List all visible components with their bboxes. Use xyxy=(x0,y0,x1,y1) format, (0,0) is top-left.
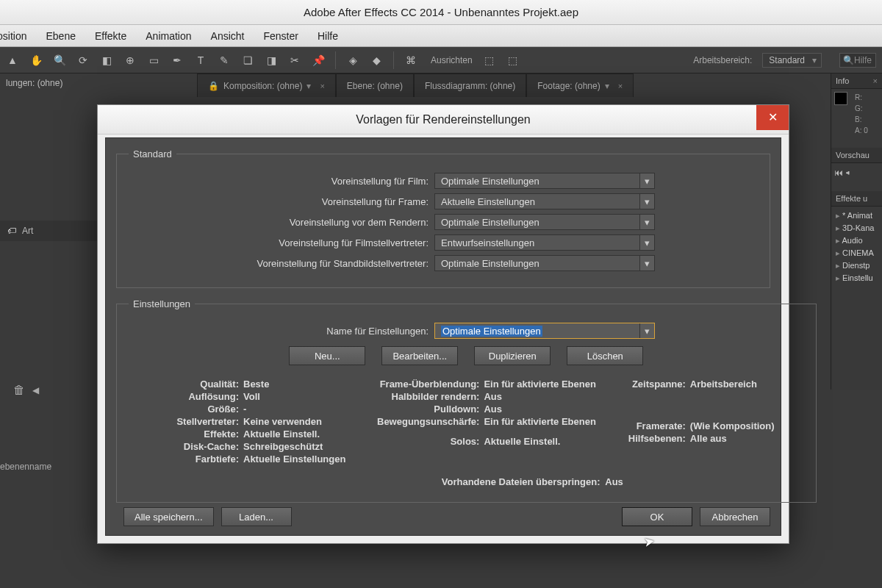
nav-prev-icon[interactable]: ◀ xyxy=(32,385,39,395)
button-label: Löschen xyxy=(587,351,623,362)
camera-tool-icon[interactable]: ◧ xyxy=(100,54,113,67)
menu-composition[interactable]: osition xyxy=(0,30,26,42)
dropdown-preset-prerender[interactable]: Optimale Einstellungen▾ xyxy=(434,214,655,230)
tab-layer[interactable]: Ebene: (ohne) xyxy=(336,74,414,97)
combobox-settings-name[interactable]: Optimale Einstellungen▾ xyxy=(434,323,655,339)
effects-cat-adjust[interactable]: Einstellu xyxy=(833,272,881,284)
effects-panel-header[interactable]: Effekte u xyxy=(831,191,882,207)
menu-window[interactable]: Fenster xyxy=(263,30,298,42)
dropdown-preset-frame[interactable]: Aktuelle Einstellungen▾ xyxy=(434,193,655,209)
puppet-tool-icon[interactable]: 📌 xyxy=(312,54,325,67)
goto-start-icon[interactable]: ⏮ xyxy=(834,168,843,178)
dropdown-preset-stillproxy[interactable]: Optimale Einstellungen▾ xyxy=(434,255,655,271)
tab-dropdown-icon[interactable]: ▾ xyxy=(605,81,609,91)
eraser-tool-icon[interactable]: ◨ xyxy=(265,54,278,67)
project-panel-tab[interactable]: lungen: (ohne) xyxy=(0,74,98,93)
menu-effects[interactable]: Effekte xyxy=(95,30,126,42)
label-preset-prerender: Voreinstellung vor dem Rendern: xyxy=(129,217,434,228)
roto-tool-icon[interactable]: ✂ xyxy=(288,54,301,67)
dropdown-value: Optimale Einstellungen xyxy=(441,176,539,187)
edit-button[interactable]: Bearbeiten... xyxy=(381,346,458,365)
menu-help[interactable]: Hilfe xyxy=(318,30,338,42)
pen-tool-icon[interactable]: ✒ xyxy=(171,54,184,67)
dropdown-preset-film[interactable]: Optimale Einstellungen▾ xyxy=(434,173,655,189)
effects-cat-audio[interactable]: Audio xyxy=(833,234,881,247)
value-solos: Aktuelle Einstell. xyxy=(484,436,560,447)
menu-bar: osition Ebene Effekte Animation Ansicht … xyxy=(0,25,882,47)
menu-animation[interactable]: Animation xyxy=(146,30,191,42)
tab-label: Footage: (ohne) xyxy=(537,81,600,91)
text-tool-icon[interactable]: T xyxy=(194,54,207,67)
preview-panel-header[interactable]: Vorschau xyxy=(831,148,882,163)
dialog-close-button[interactable]: ✕ xyxy=(756,105,789,130)
label-resolution: Auflösung: xyxy=(158,391,243,402)
right-panels: Info × R: G: B: A: 0 Vorschau ⏮ ◀ Effekt… xyxy=(831,74,882,390)
button-label: OK xyxy=(650,512,664,523)
ok-button[interactable]: OK xyxy=(622,507,692,526)
close-icon[interactable]: × xyxy=(320,82,324,90)
delete-button[interactable]: Löschen xyxy=(567,346,643,365)
render-settings-templates-dialog: Vorlagen für Rendereinstellungen ✕ Stand… xyxy=(97,104,789,544)
value-guides: Alle aus xyxy=(690,433,727,444)
new-button[interactable]: Neu... xyxy=(289,346,365,365)
tab-flowchart[interactable]: Flussdiagramm: (ohne) xyxy=(414,74,526,97)
tab-footage[interactable]: Footage: (ohne) ▾× xyxy=(526,74,634,97)
brush-tool-icon[interactable]: ✎ xyxy=(218,54,231,67)
effects-cat-cinema[interactable]: CINEMA xyxy=(833,247,881,259)
prev-frame-icon[interactable]: ◀ xyxy=(845,168,850,178)
cancel-button[interactable]: Abbrechen xyxy=(700,507,770,526)
close-icon[interactable]: × xyxy=(618,82,623,90)
label-guides: Hilfsebenen: xyxy=(609,433,690,444)
load-button[interactable]: Laden... xyxy=(221,507,292,526)
search-help-input[interactable]: 🔍 Hilfe xyxy=(839,53,876,68)
value-framerate: (Wie Komposition) xyxy=(690,420,775,431)
effects-cat-3dchannel[interactable]: 3D-Kana xyxy=(833,222,881,234)
project-panel: lungen: (ohne) xyxy=(0,74,98,588)
snap-icon[interactable]: ⌘ xyxy=(404,54,417,67)
hand-tool-icon[interactable]: ✋ xyxy=(29,54,43,67)
tool-bar: ▲ ✋ 🔍 ⟳ ◧ ⊕ ▭ ✒ T ✎ ❏ ◨ ✂ 📌 ◈ ◆ ⌘ Ausric… xyxy=(0,47,882,74)
clone-tool-icon[interactable]: ❏ xyxy=(241,54,254,67)
label-pulldown: Pulldown: xyxy=(359,404,484,415)
search-placeholder: Hilfe xyxy=(854,55,872,65)
effects-cat-utility[interactable]: Dienstp xyxy=(833,259,881,272)
dropdown-preset-filmproxy[interactable]: Entwurfseinstellungen▾ xyxy=(434,234,655,251)
selection-tool-icon[interactable]: ▲ xyxy=(6,54,19,67)
group-settings-legend: Einstellungen xyxy=(129,298,195,309)
shape-tool-icon[interactable]: ▭ xyxy=(147,54,160,67)
column-header-row: 🏷Art xyxy=(0,220,98,241)
value-quality: Beste xyxy=(243,379,269,390)
tab-composition[interactable]: 🔒 Komposition: (ohne) ▾× xyxy=(197,74,336,97)
info-r: R: xyxy=(850,92,872,103)
align-opt2-icon[interactable]: ⬚ xyxy=(506,54,520,67)
label-effects: Effekte: xyxy=(158,429,243,440)
combobox-value: Optimale Einstellungen xyxy=(441,326,542,337)
label-framerate: Framerate: xyxy=(609,420,690,431)
toolbar-separator xyxy=(335,51,336,69)
workspace-label: Arbeitsbereich: xyxy=(693,55,752,65)
label-preset-filmproxy: Voreinstellung für Filmstellvertreter: xyxy=(129,237,434,248)
close-icon[interactable]: × xyxy=(873,76,878,85)
misc2-tool-icon[interactable]: ◆ xyxy=(370,54,383,67)
label-diskcache: Disk-Cache: xyxy=(158,441,243,452)
workspace-dropdown[interactable]: Standard xyxy=(762,53,822,68)
duplicate-button[interactable]: Duplizieren xyxy=(474,346,551,365)
column-art[interactable]: Art xyxy=(22,226,33,236)
zoom-tool-icon[interactable]: 🔍 xyxy=(53,54,66,67)
rotate-tool-icon[interactable]: ⟳ xyxy=(76,54,90,67)
tab-dropdown-icon[interactable]: ▾ xyxy=(306,81,311,91)
window-title: Adobe After Effects CC 2014 - Unbenannte… xyxy=(304,6,578,18)
label-name-for-settings: Name für Einstellungen: xyxy=(129,326,434,337)
value-frameblend: Ein für aktivierte Ebenen xyxy=(484,379,595,390)
effects-cat-animation[interactable]: * Animat xyxy=(833,209,881,222)
value-halfimg: Aus xyxy=(484,391,502,402)
menu-view[interactable]: Ansicht xyxy=(211,30,245,42)
misc-tool-icon[interactable]: ◈ xyxy=(346,54,359,67)
info-panel-header[interactable]: Info × xyxy=(831,74,882,89)
menu-layer[interactable]: Ebene xyxy=(46,30,75,42)
workspace-value: Standard xyxy=(769,55,805,65)
align-opt-icon[interactable]: ⬚ xyxy=(483,54,496,67)
anchor-tool-icon[interactable]: ⊕ xyxy=(123,54,137,67)
save-all-button[interactable]: Alle speichern... xyxy=(123,507,214,526)
trash-icon[interactable]: 🗑 xyxy=(13,384,25,397)
